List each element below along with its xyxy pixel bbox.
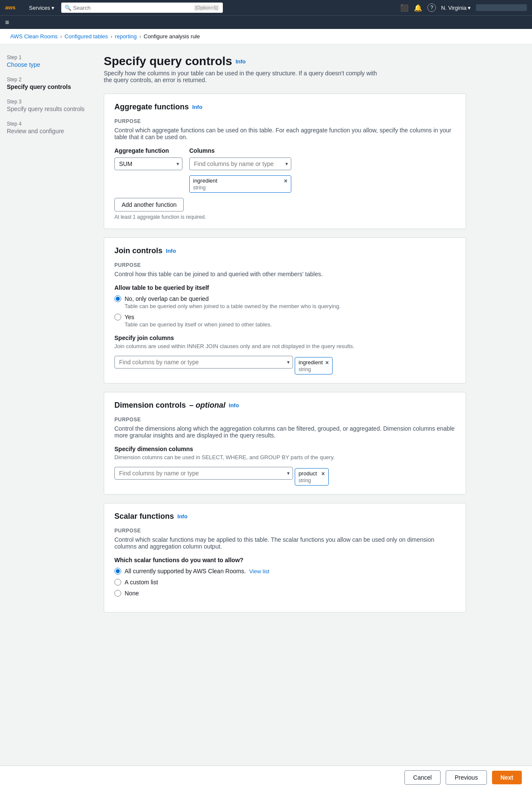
search-icon: 🔍 [65, 5, 71, 11]
join-purpose-text: Control how this table can be joined to … [114, 271, 455, 277]
scalar-radio-none-text: None [125, 590, 139, 597]
scalar-purpose-label: Purpose [114, 528, 455, 534]
breadcrumb-sep-3: › [139, 33, 141, 40]
scalar-radio-none-label[interactable]: None [114, 590, 455, 597]
dimension-tag-close-button[interactable]: × [321, 471, 325, 477]
sidebar-step-1-label: Step 1 [7, 54, 87, 60]
region-label: N. Virginia [441, 5, 467, 11]
join-controls-info-link[interactable]: Info [166, 248, 176, 254]
services-button[interactable]: Services ▾ [26, 3, 58, 13]
aggregate-find-columns-wrapper: ▾ [189, 157, 291, 170]
main-container: Step 1 Choose type Step 2 Specify query … [0, 44, 532, 789]
aggregate-columns-label: Columns [189, 147, 291, 154]
sidebar-step-3-label: Step 3 [7, 99, 87, 105]
join-tag-row: ingredient × [299, 359, 329, 366]
dimension-find-columns-input[interactable] [114, 467, 293, 480]
breadcrumb-cleanrooms[interactable]: AWS Clean Rooms [10, 33, 58, 40]
next-button[interactable]: Next [492, 771, 522, 784]
aggregate-function-group: Aggregate function SUM ▾ [114, 147, 182, 170]
add-another-function-button[interactable]: Add another function [114, 198, 184, 212]
previous-button[interactable]: Previous [446, 770, 486, 785]
dimension-controls-info-link[interactable]: Info [229, 402, 239, 409]
sidebar-step-4-title[interactable]: Review and configure [7, 128, 87, 134]
join-controls-title-text: Join controls [114, 246, 162, 255]
scalar-radio-all-label[interactable]: All currently supported by AWS Clean Roo… [114, 568, 455, 575]
aws-logo[interactable]: aws [5, 3, 22, 13]
scalar-radio-all-input[interactable] [114, 568, 121, 575]
aggregate-function-select[interactable]: SUM [114, 157, 182, 170]
services-label: Services [29, 5, 50, 11]
page-info-link[interactable]: Info [236, 58, 246, 65]
cancel-button[interactable]: Cancel [404, 770, 441, 785]
sidebar: Step 1 Choose type Step 2 Specify query … [0, 44, 94, 789]
dimension-tag-row: product × [299, 470, 325, 477]
page-title-text: Specify query controls [104, 54, 232, 68]
dimension-purpose-label: Purpose [114, 417, 455, 423]
breadcrumb-reporting[interactable]: reporting [115, 33, 137, 40]
scalar-radio-custom-label[interactable]: A custom list [114, 579, 455, 586]
scalar-radio-custom-option: A custom list [114, 579, 455, 586]
join-radio-no-label[interactable]: No, only overlap can be queried [114, 295, 455, 302]
breadcrumb-configured-tables[interactable]: Configured tables [65, 33, 108, 40]
services-chevron-icon: ▾ [51, 5, 54, 11]
scalar-functions-title-text: Scalar functions [114, 512, 174, 521]
join-tag-type: string [299, 366, 329, 372]
sidebar-step-2-label: Step 2 [7, 77, 87, 83]
sidebar-step-3-title[interactable]: Specify query results controls [7, 106, 87, 112]
hamburger-icon[interactable]: ≡ [5, 19, 9, 26]
dimension-find-columns-wrapper: ▾ [114, 467, 293, 480]
aws-logo-icon: aws [5, 3, 19, 13]
join-tag-name: ingredient [299, 359, 323, 366]
terminal-icon[interactable]: ⬛ [400, 4, 409, 12]
breadcrumb-current: Configure analysis rule [144, 33, 200, 40]
aggregate-functions-title: Aggregate functions Info [114, 103, 455, 111]
aggregate-purpose-text: Control which aggregate functions can be… [114, 127, 455, 140]
search-shortcut: [Option+S] [194, 5, 219, 11]
join-radio-yes-input[interactable] [114, 314, 121, 320]
search-bar[interactable]: 🔍 [Option+S] [61, 3, 223, 13]
secondary-nav: ≡ [0, 15, 532, 29]
scalar-view-list-link[interactable]: View list [249, 568, 269, 575]
specify-dimension-title: Specify dimension columns [114, 446, 455, 452]
join-radio-no-option: No, only overlap can be queried Table ca… [114, 295, 455, 309]
join-radio-group: No, only overlap can be queried Table ca… [114, 295, 455, 328]
breadcrumb: AWS Clean Rooms › Configured tables › re… [0, 29, 532, 44]
footer-bar: Cancel Previous Next [0, 766, 532, 789]
nav-right: ⬛ 🔔 ? N. Virginia ▾ [400, 3, 527, 12]
scalar-functions-info-link[interactable]: Info [177, 513, 188, 520]
sidebar-step-4-label: Step 4 [7, 121, 87, 127]
join-purpose-label: Purpose [114, 262, 455, 268]
scalar-radio-group: All currently supported by AWS Clean Roo… [114, 568, 455, 597]
main-content: Specify query controls Info Specify how … [94, 44, 476, 789]
account-menu[interactable] [476, 4, 527, 11]
join-radio-no-text: No, only overlap can be queried [125, 295, 209, 302]
join-radio-yes-label[interactable]: Yes [114, 314, 455, 320]
scalar-radio-none-input[interactable] [114, 590, 121, 597]
bell-icon[interactable]: 🔔 [414, 4, 422, 12]
page-title: Specify query controls Info [104, 54, 466, 68]
sidebar-step-4: Step 4 Review and configure [7, 121, 87, 134]
region-selector[interactable]: N. Virginia ▾ [441, 5, 471, 11]
sidebar-step-2-title[interactable]: Specify query controls [7, 83, 87, 90]
join-tag-close-button[interactable]: × [325, 360, 329, 366]
aggregate-functions-info-link[interactable]: Info [192, 104, 202, 110]
svg-text:aws: aws [5, 4, 16, 11]
region-chevron-icon: ▾ [468, 5, 471, 11]
scalar-functions-title: Scalar functions Info [114, 512, 455, 521]
sidebar-step-1-title[interactable]: Choose type [7, 61, 87, 68]
help-icon[interactable]: ? [427, 3, 436, 12]
aggregate-tag-close-button[interactable]: × [284, 178, 287, 184]
aggregate-find-columns-input[interactable] [189, 157, 291, 170]
join-find-columns-input[interactable] [114, 356, 293, 369]
dimension-controls-title-text: Dimension controls [114, 401, 186, 410]
aggregate-columns-group: Columns ▾ ingredient × string [189, 147, 291, 193]
scalar-radio-custom-input[interactable] [114, 579, 121, 586]
scalar-radio-all-text: All currently supported by AWS Clean Roo… [125, 568, 269, 575]
scalar-radio-none-option: None [114, 590, 455, 597]
aggregate-tag-chip: ingredient × string [189, 175, 291, 193]
specify-join-columns-desc: Join columns are used within INNER JOIN … [114, 343, 455, 349]
join-radio-no-input[interactable] [114, 295, 121, 302]
search-input[interactable] [73, 5, 192, 11]
join-radio-yes-option: Yes Table can be queried by itself or wh… [114, 314, 455, 328]
join-find-columns-wrapper: ▾ [114, 356, 293, 369]
